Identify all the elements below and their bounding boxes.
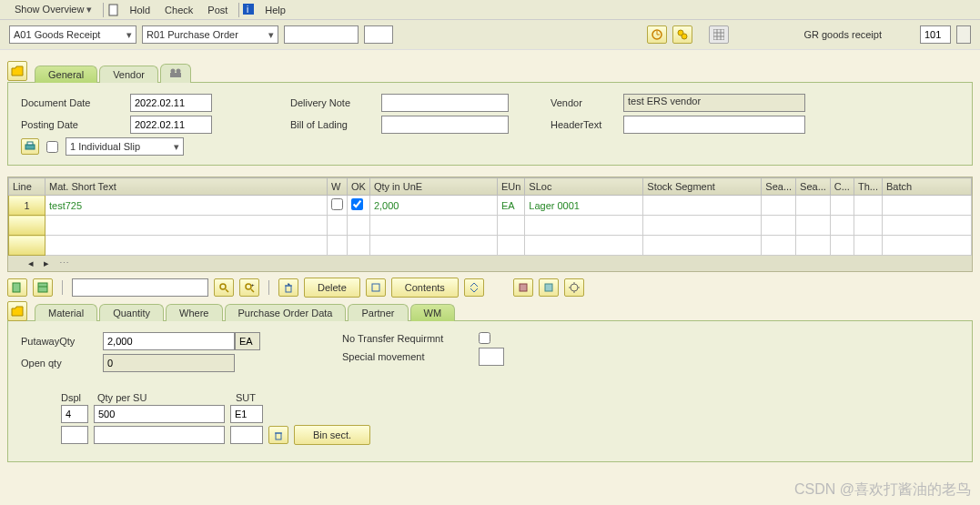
dspl-input-2[interactable] <box>61 426 88 444</box>
posting-date-input[interactable] <box>130 116 212 134</box>
svg-rect-11 <box>27 142 33 145</box>
cell-sea1[interactable] <box>762 196 796 216</box>
cell-mat[interactable]: test725 <box>45 196 328 216</box>
tab-quantity[interactable]: Quantity <box>99 304 164 321</box>
col-qty[interactable]: Qty in UnE <box>369 178 497 196</box>
print-checkbox[interactable] <box>46 141 58 153</box>
col-c[interactable]: C... <box>830 178 854 196</box>
dspl-input[interactable] <box>61 405 88 423</box>
tab-general[interactable]: General <box>35 66 97 83</box>
header-text-input[interactable] <box>623 116 805 134</box>
ok-checkbox[interactable] <box>351 198 363 210</box>
contents-button[interactable]: Contents <box>391 278 459 298</box>
col-line[interactable]: Line <box>9 178 45 196</box>
tab-partner[interactable]: Partner <box>348 304 408 321</box>
tab-vendor[interactable]: Vendor <box>99 66 158 83</box>
menu-help[interactable]: Help <box>258 3 293 17</box>
scroll-left-icon[interactable]: ◂ <box>25 258 37 268</box>
find-icon[interactable] <box>672 25 692 44</box>
gr-help-button[interactable] <box>956 25 971 44</box>
table-row[interactable]: 1 test725 2,000 EA Lager 0001 <box>9 196 972 216</box>
col-stock-segment[interactable]: Stock Segment <box>643 178 762 196</box>
expand-icon[interactable] <box>464 278 484 297</box>
menu-post[interactable]: Post <box>200 3 235 17</box>
cell-eun[interactable]: EA <box>497 196 524 216</box>
delete-button[interactable]: Delete <box>304 278 360 298</box>
doc-date-input[interactable] <box>130 94 212 112</box>
open-qty-label: Open qty <box>21 358 103 369</box>
execute-clock-icon[interactable] <box>647 25 667 44</box>
collapse-detail-icon[interactable] <box>7 301 27 321</box>
qty-per-su-input[interactable] <box>94 405 225 423</box>
scroll-right-icon[interactable]: ▸ <box>40 258 53 268</box>
putaway-label: PutawayQty <box>21 336 103 347</box>
slip-select[interactable]: 1 Individual Slip▾ <box>66 137 184 156</box>
menu-hold[interactable]: Hold <box>122 3 157 17</box>
purchase-order-select[interactable]: R01 Purchase Order▾ <box>142 25 278 44</box>
menu-check[interactable]: Check <box>157 3 200 17</box>
cell-th[interactable] <box>854 196 882 216</box>
new-doc-icon[interactable] <box>107 4 120 16</box>
menu-show-overview[interactable]: Show Overview ▾ <box>7 2 99 17</box>
copy-icon[interactable] <box>7 278 27 297</box>
svg-text:i: i <box>247 5 248 15</box>
trash-icon[interactable] <box>278 278 298 297</box>
export-icon[interactable] <box>513 278 533 297</box>
no-transfer-checkbox[interactable] <box>479 332 490 344</box>
col-batch[interactable]: Batch <box>882 178 971 196</box>
cell-sloc[interactable]: Lager 0001 <box>525 196 643 216</box>
search-next-icon[interactable]: + <box>239 278 259 297</box>
qty-per-su-input-2[interactable] <box>94 426 225 444</box>
goods-receipt-select[interactable]: A01 Goods Receipt▾ <box>9 25 136 44</box>
col-eun[interactable]: EUn <box>497 178 524 196</box>
cell-sea2[interactable] <box>796 196 831 216</box>
col-sloc[interactable]: SLoc <box>525 178 643 196</box>
svg-rect-22 <box>276 433 281 439</box>
delivery-note-input[interactable] <box>381 94 509 112</box>
col-ok[interactable]: OK <box>348 178 370 196</box>
col-sea1[interactable]: Sea... <box>762 178 796 196</box>
layout-icon[interactable] <box>33 278 53 297</box>
cell-w[interactable] <box>328 196 348 216</box>
cell-ok[interactable] <box>348 196 370 216</box>
grid-icon[interactable] <box>709 25 729 44</box>
putaway-input[interactable] <box>103 332 235 350</box>
gr-code-input[interactable] <box>920 25 951 44</box>
contents-trash-icon[interactable] <box>366 278 386 297</box>
po-number-input[interactable] <box>284 25 359 44</box>
special-movement-input[interactable] <box>479 348 504 366</box>
svg-rect-19 <box>520 284 527 291</box>
bin-trash-icon[interactable] <box>268 426 288 444</box>
search-icon[interactable] <box>214 278 234 297</box>
bill-lading-input[interactable] <box>381 116 509 134</box>
w-checkbox[interactable] <box>331 198 343 210</box>
svg-rect-13 <box>38 283 47 292</box>
cell-sseg[interactable] <box>643 196 762 216</box>
collapse-header-icon[interactable] <box>7 61 27 81</box>
col-mat[interactable]: Mat. Short Text <box>45 178 328 196</box>
cell-batch[interactable] <box>882 196 971 216</box>
scroll-end-icon[interactable]: ⋯ <box>56 258 73 268</box>
sut-input-2[interactable] <box>230 426 263 444</box>
import-icon[interactable] <box>539 278 559 297</box>
tab-where[interactable]: Where <box>166 304 222 321</box>
tab-purchase-order-data[interactable]: Purchase Order Data <box>225 304 347 321</box>
tab-material[interactable]: Material <box>35 304 97 321</box>
col-w[interactable]: W <box>328 178 348 196</box>
bin-section-button[interactable]: Bin sect. <box>294 425 370 445</box>
table-row[interactable] <box>9 216 972 236</box>
filter-input[interactable] <box>72 278 208 297</box>
table-row[interactable] <box>9 236 972 256</box>
cell-line[interactable]: 1 <box>9 196 45 216</box>
cell-c[interactable] <box>830 196 854 216</box>
tab-wm[interactable]: WM <box>410 304 456 321</box>
col-th[interactable]: Th... <box>854 178 882 196</box>
sut-input[interactable] <box>230 405 263 423</box>
cell-qty[interactable]: 2,000 <box>369 196 497 216</box>
po-item-input[interactable] <box>364 25 393 44</box>
settings-icon[interactable] <box>564 278 584 297</box>
tab-partner-icon[interactable] <box>160 64 191 83</box>
print-icon[interactable] <box>21 138 39 155</box>
separator <box>103 3 104 17</box>
col-sea2[interactable]: Sea... <box>796 178 831 196</box>
